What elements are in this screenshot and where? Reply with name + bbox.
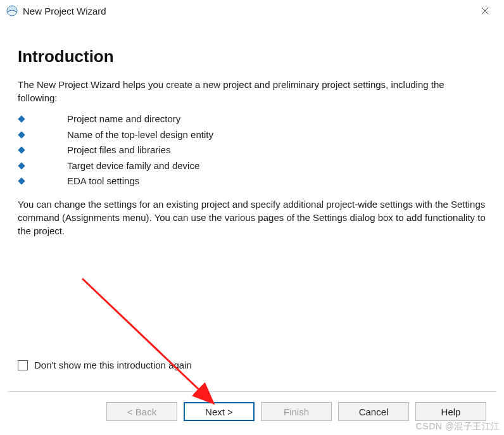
titlebar: New Project Wizard [0, 0, 504, 22]
dont-show-checkbox[interactable] [18, 360, 28, 370]
help-button[interactable]: Help [415, 402, 486, 421]
bullet-text: Target device family and device [67, 159, 199, 173]
bullet-text: Project files and libraries [67, 143, 170, 158]
annotation-arrow [76, 272, 241, 424]
finish-button-label: Finish [284, 407, 309, 417]
button-row: < Back Next > Finish Cancel Help [106, 402, 486, 421]
page-heading: Introduction [18, 47, 486, 66]
app-icon [6, 5, 18, 16]
bullet-icon [18, 162, 25, 169]
window-title: New Project Wizard [23, 6, 472, 16]
bullet-icon [18, 115, 25, 122]
bullet-text: EDA tool settings [67, 174, 139, 189]
separator [8, 391, 496, 392]
close-icon [481, 7, 489, 15]
svg-line-4 [82, 279, 212, 402]
finish-button: Finish [261, 402, 332, 421]
next-button-label: Next > [205, 407, 233, 417]
bullet-text: Project name and directory [67, 112, 180, 127]
list-item: Target device family and device [18, 159, 486, 173]
bullet-icon [18, 177, 25, 184]
close-button[interactable] [472, 2, 498, 20]
cancel-button-label: Cancel [359, 407, 389, 417]
bullet-text: Name of the top-level design entity [67, 128, 213, 142]
help-button-label: Help [441, 407, 461, 417]
bullet-icon [18, 131, 25, 138]
content-area: Introduction The New Project Wizard help… [0, 22, 504, 237]
watermark: CSDN @混子王江江 [416, 421, 500, 432]
bullet-icon [18, 146, 25, 153]
cancel-button[interactable]: Cancel [338, 402, 409, 421]
back-button-label: < Back [127, 407, 156, 417]
list-item: EDA tool settings [18, 174, 486, 189]
list-item: Project files and libraries [18, 143, 486, 158]
list-item: Project name and directory [18, 112, 486, 127]
back-button: < Back [106, 402, 177, 421]
checkbox-row: Don't show me this introduction again [18, 360, 192, 370]
second-paragraph: You can change the settings for an exist… [18, 198, 486, 237]
intro-paragraph: The New Project Wizard helps you create … [18, 78, 486, 104]
list-item: Name of the top-level design entity [18, 128, 486, 142]
next-button[interactable]: Next > [184, 402, 255, 421]
checkbox-label: Don't show me this introduction again [34, 360, 192, 370]
bullet-list: Project name and directory Name of the t… [18, 112, 486, 189]
